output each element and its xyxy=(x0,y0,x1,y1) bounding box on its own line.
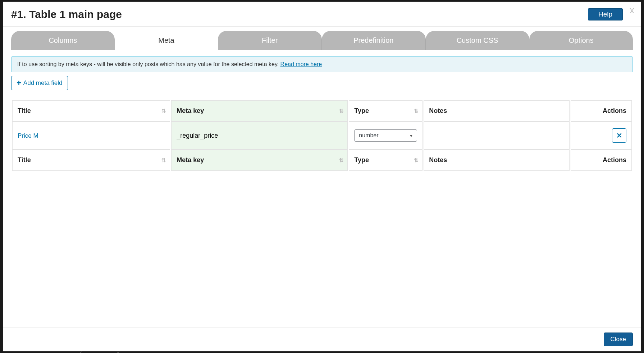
delete-row-button[interactable]: ✕ xyxy=(612,128,626,143)
modal-title: #1. Table 1 main page xyxy=(11,8,122,20)
tab-meta[interactable]: Meta xyxy=(115,31,218,50)
help-button[interactable]: Help xyxy=(588,8,623,20)
add-meta-field-label: Add meta field xyxy=(23,79,63,87)
tab-columns[interactable]: Columns xyxy=(11,31,115,50)
cell-title: Price M xyxy=(12,122,170,150)
col-notes: Notes xyxy=(424,100,570,122)
modal-footer: Close xyxy=(3,327,641,351)
close-icon[interactable]: x xyxy=(630,5,634,16)
tab-options[interactable]: Options xyxy=(529,31,633,50)
col-meta-key-footer[interactable]: Meta key xyxy=(171,150,348,171)
add-meta-field-button[interactable]: + Add meta field xyxy=(11,76,68,90)
table-footer-row: Title Meta key Type Notes Actions xyxy=(12,150,632,171)
cell-actions: ✕ xyxy=(571,122,632,150)
type-select[interactable]: number ▾ xyxy=(354,129,417,142)
table-row: Price M _regular_price number ▾ ✕ xyxy=(12,122,632,150)
col-meta-key[interactable]: Meta key xyxy=(171,100,348,122)
info-link[interactable]: Read more here xyxy=(280,61,322,67)
close-icon: ✕ xyxy=(616,131,622,140)
close-button[interactable]: Close xyxy=(604,333,633,346)
cell-meta-key: _regular_price xyxy=(171,122,348,150)
info-text: If to use sorting by meta keys - will be… xyxy=(17,61,280,67)
tab-predefinition[interactable]: Predefinition xyxy=(322,31,426,50)
col-actions-footer: Actions xyxy=(571,150,632,171)
modal-dialog: #1. Table 1 main page Help x Columns Met… xyxy=(3,1,641,352)
tab-custom-css[interactable]: Custom CSS xyxy=(426,31,530,50)
row-title-link[interactable]: Price M xyxy=(18,132,38,139)
modal-header: #1. Table 1 main page Help x xyxy=(3,2,641,27)
table-header-row: Title Meta key Type Notes Actions xyxy=(12,100,632,122)
col-title-footer[interactable]: Title xyxy=(12,150,170,171)
cell-type: number ▾ xyxy=(349,122,423,150)
col-notes-footer: Notes xyxy=(424,150,570,171)
col-actions: Actions xyxy=(571,100,632,122)
tab-filter[interactable]: Filter xyxy=(218,31,322,50)
tab-bar: Columns Meta Filter Predefinition Custom… xyxy=(11,31,633,50)
col-type[interactable]: Type xyxy=(349,100,423,122)
modal-body: Columns Meta Filter Predefinition Custom… xyxy=(3,27,641,327)
meta-fields-table: Title Meta key Type Notes Actions Price … xyxy=(11,100,633,171)
col-type-footer[interactable]: Type xyxy=(349,150,423,171)
col-title[interactable]: Title xyxy=(12,100,170,122)
info-banner: If to use sorting by meta keys - will be… xyxy=(11,56,633,72)
cell-notes xyxy=(424,122,570,150)
chevron-down-icon: ▾ xyxy=(410,133,412,138)
type-select-value: number xyxy=(359,132,378,139)
plus-icon: + xyxy=(17,79,21,87)
